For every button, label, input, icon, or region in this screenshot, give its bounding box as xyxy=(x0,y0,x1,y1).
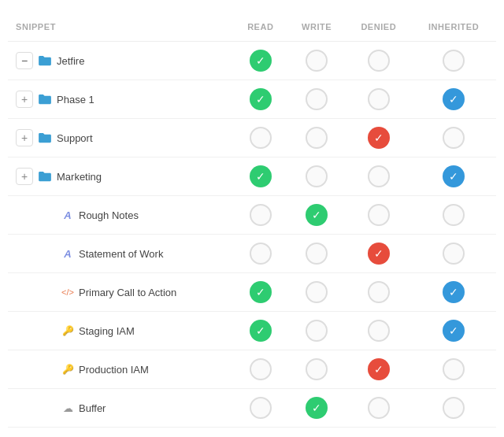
status-empty[interactable] xyxy=(306,281,328,303)
status-empty[interactable] xyxy=(443,243,465,265)
read-cell xyxy=(234,119,287,157)
status-green[interactable]: ✓ xyxy=(250,281,272,303)
denied-cell xyxy=(346,273,411,312)
status-empty[interactable] xyxy=(250,243,272,265)
write-cell xyxy=(287,235,346,273)
folder-icon xyxy=(38,132,52,143)
write-cell xyxy=(287,350,346,389)
snippet-cell: </> Primary Call to Action xyxy=(16,286,226,298)
status-blue[interactable]: ✓ xyxy=(443,320,465,342)
read-cell xyxy=(234,235,287,273)
table-row: </> Primary Call to Action ✓✓ xyxy=(8,273,496,312)
inherited-cell xyxy=(411,235,496,273)
snippet-name: Marketing xyxy=(57,171,102,183)
read-cell xyxy=(234,350,287,389)
status-green[interactable]: ✓ xyxy=(250,320,272,342)
denied-cell xyxy=(346,157,411,196)
inherited-cell: ✓ xyxy=(411,273,496,312)
inherited-cell xyxy=(411,119,496,157)
status-empty[interactable] xyxy=(250,358,272,380)
status-empty[interactable] xyxy=(306,320,328,342)
write-cell xyxy=(287,157,346,196)
write-cell xyxy=(287,312,346,350)
status-empty[interactable] xyxy=(306,165,328,187)
status-empty[interactable] xyxy=(443,397,465,419)
read-cell xyxy=(234,389,287,428)
status-empty[interactable] xyxy=(306,243,328,265)
write-cell xyxy=(287,42,346,80)
status-blue[interactable]: ✓ xyxy=(443,281,465,303)
snippet-cell: 🔑 Production IAM xyxy=(16,363,226,376)
status-green[interactable]: ✓ xyxy=(250,50,272,72)
col-header-denied: DENIED xyxy=(346,16,411,42)
denied-cell xyxy=(346,389,411,428)
inherited-cell xyxy=(411,350,496,389)
inherited-cell: ✓ xyxy=(411,157,496,196)
status-green[interactable]: ✓ xyxy=(250,88,272,110)
status-empty[interactable] xyxy=(368,204,390,226)
status-red[interactable]: ✓ xyxy=(368,243,390,265)
status-empty[interactable] xyxy=(368,88,390,110)
status-empty[interactable] xyxy=(368,320,390,342)
status-empty[interactable] xyxy=(306,50,328,72)
expand-button[interactable]: + xyxy=(16,129,33,146)
denied-cell xyxy=(346,42,411,80)
snippet-name: Primary Call to Action xyxy=(79,287,176,298)
snippet-name: Statement of Work xyxy=(79,248,163,260)
status-empty[interactable] xyxy=(443,358,465,380)
status-empty[interactable] xyxy=(250,127,272,149)
status-blue[interactable]: ✓ xyxy=(443,88,465,110)
snippet-cell: − Jetfire xyxy=(16,52,226,69)
collapse-button[interactable]: − xyxy=(16,52,33,69)
status-empty[interactable] xyxy=(443,50,465,72)
code-icon: </> xyxy=(61,286,74,298)
inherited-cell xyxy=(411,196,496,235)
table-row: + Marketing ✓✓ xyxy=(8,157,496,196)
status-empty[interactable] xyxy=(368,397,390,419)
status-red[interactable]: ✓ xyxy=(368,127,390,149)
status-empty[interactable] xyxy=(306,88,328,110)
denied-cell: ✓ xyxy=(346,235,411,273)
status-green[interactable]: ✓ xyxy=(306,397,328,419)
snippet-name: Production IAM xyxy=(79,364,149,376)
status-empty[interactable] xyxy=(368,281,390,303)
status-empty[interactable] xyxy=(250,204,272,226)
folder-icon xyxy=(38,55,52,66)
folder-icon xyxy=(38,171,52,182)
snippet-cell: + Marketing xyxy=(16,168,226,185)
read-cell: ✓ xyxy=(234,157,287,196)
snippet-name: Staging IAM xyxy=(79,325,135,337)
key-icon: 🔑 xyxy=(61,363,74,376)
write-cell: ✓ xyxy=(287,389,346,428)
write-cell xyxy=(287,119,346,157)
denied-cell xyxy=(346,312,411,350)
cloud-icon: ☁ xyxy=(61,402,74,414)
status-blue[interactable]: ✓ xyxy=(443,165,465,187)
status-empty[interactable] xyxy=(306,358,328,380)
status-empty[interactable] xyxy=(443,127,465,149)
status-empty[interactable] xyxy=(368,165,390,187)
status-empty[interactable] xyxy=(368,50,390,72)
inherited-cell xyxy=(411,389,496,428)
table-row: − Jetfire ✓ xyxy=(8,42,496,80)
letter-icon: A xyxy=(61,209,74,221)
col-header-write: WRITE xyxy=(287,16,346,42)
read-cell: ✓ xyxy=(234,273,287,312)
status-red[interactable]: ✓ xyxy=(368,358,390,380)
snippet-name: Buffer xyxy=(79,402,106,414)
read-cell: ✓ xyxy=(234,80,287,119)
snippet-name: Jetfire xyxy=(57,55,84,67)
denied-cell: ✓ xyxy=(346,119,411,157)
expand-button[interactable]: + xyxy=(16,91,33,108)
denied-cell xyxy=(346,196,411,235)
inherited-cell: ✓ xyxy=(411,312,496,350)
expand-button[interactable]: + xyxy=(16,168,33,185)
status-empty[interactable] xyxy=(306,127,328,149)
status-green[interactable]: ✓ xyxy=(306,204,328,226)
status-green[interactable]: ✓ xyxy=(250,165,272,187)
status-empty[interactable] xyxy=(250,397,272,419)
denied-cell xyxy=(346,80,411,119)
status-empty[interactable] xyxy=(443,204,465,226)
folder-icon xyxy=(38,94,52,105)
permissions-table: SNIPPET READ WRITE DENIED INHERITED − Je… xyxy=(8,16,496,428)
